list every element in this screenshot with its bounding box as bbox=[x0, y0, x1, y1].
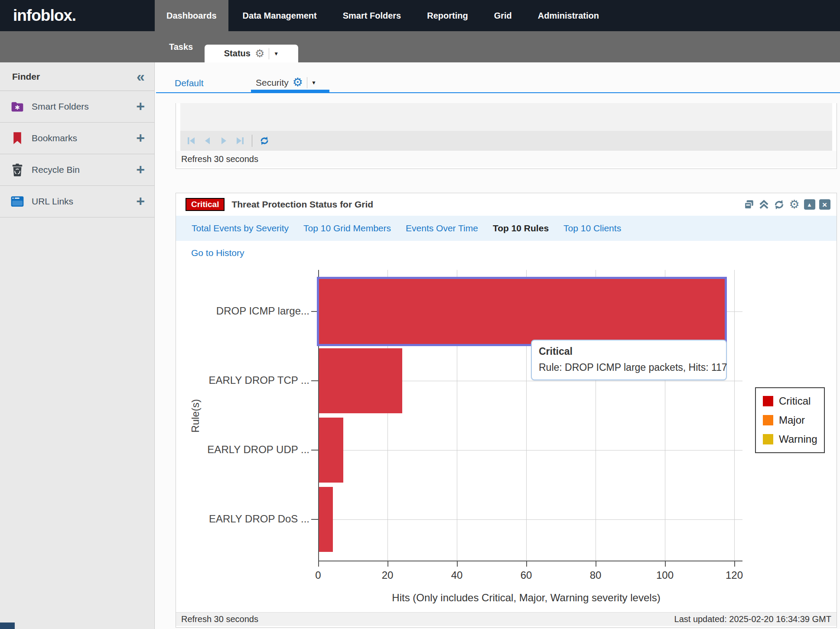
menu-item-grid[interactable]: Grid bbox=[482, 0, 524, 31]
menu-item-administration[interactable]: Administration bbox=[526, 0, 611, 31]
tooltip-body: Rule: DROP ICMP large packets, Hits: 117 bbox=[539, 362, 719, 373]
menu-item-dashboards[interactable]: Dashboards bbox=[155, 0, 228, 31]
sidebar-item-label: Bookmarks bbox=[32, 133, 129, 143]
view-tab-security[interactable]: Security ⚙ ▼ bbox=[256, 77, 316, 88]
sidebar-item-recycle-bin[interactable]: Recycle Bin+ bbox=[0, 154, 154, 186]
tab-status[interactable]: Status ⚙ ▼ bbox=[205, 45, 298, 62]
caret-down-icon[interactable]: ▼ bbox=[311, 80, 316, 86]
x-tick-mark bbox=[318, 561, 319, 567]
sidebar-item-smart-folders[interactable]: Smart Folders+ bbox=[0, 91, 154, 123]
x-tick-label: 0 bbox=[301, 569, 335, 581]
legend-swatch-critical bbox=[763, 396, 773, 406]
widget-tabbar: Total Events by SeverityTop 10 Grid Memb… bbox=[176, 216, 837, 241]
first-page-icon[interactable] bbox=[186, 136, 197, 146]
y-tick-mark bbox=[311, 450, 318, 451]
close-icon[interactable]: × bbox=[819, 199, 830, 210]
application-window: infoblox. DashboardsData ManagementSmart… bbox=[0, 0, 840, 629]
tab-tasks[interactable]: Tasks bbox=[169, 31, 193, 62]
x-tick-label: 80 bbox=[578, 569, 613, 581]
maximize-icon[interactable]: ▲ bbox=[804, 199, 815, 210]
legend-label: Warning bbox=[779, 433, 817, 445]
y-tick-label: EARLY DROP DoS ... bbox=[176, 513, 309, 525]
sidebar-item-label: Recycle Bin bbox=[32, 165, 129, 175]
legend-label: Critical bbox=[779, 395, 811, 407]
gear-icon[interactable]: ⚙ bbox=[788, 199, 800, 210]
legend-item-major: Major bbox=[763, 414, 817, 426]
y-tick-mark bbox=[311, 311, 318, 312]
collapse-up-icon[interactable] bbox=[758, 199, 770, 210]
widget-header: Critical Threat Protection Status for Gr… bbox=[176, 193, 837, 216]
refresh-note: Refresh 30 seconds bbox=[181, 614, 674, 624]
refresh-icon[interactable] bbox=[773, 199, 785, 210]
divider bbox=[252, 135, 252, 147]
caret-down-icon[interactable]: ▼ bbox=[273, 51, 279, 57]
sidebar-item-label: URL Links bbox=[32, 196, 129, 207]
next-page-icon[interactable] bbox=[218, 136, 229, 146]
sidebar-item-label: Smart Folders bbox=[32, 101, 129, 112]
x-tick-mark bbox=[457, 561, 458, 567]
gridline bbox=[734, 270, 735, 561]
view-tab-security-label: Security bbox=[256, 78, 289, 88]
menu-item-data-management[interactable]: Data Management bbox=[231, 0, 329, 31]
last-updated-text: Last updated: 2025-02-20 16:34:39 GMT bbox=[674, 614, 831, 624]
copy-icon[interactable] bbox=[743, 199, 755, 210]
bar-early-drop-dos[interactable] bbox=[319, 487, 333, 552]
plus-icon[interactable]: + bbox=[136, 195, 145, 207]
chart-y-axis-title: Rule(s) bbox=[189, 390, 202, 442]
dashboard-view-tabs: Default Security ⚙ ▼ bbox=[155, 62, 840, 94]
plus-icon[interactable]: + bbox=[136, 164, 145, 175]
chart-x-axis-title: Hits (Only includes Critical, Major, War… bbox=[348, 592, 704, 604]
bar-early-drop-udp[interactable] bbox=[319, 418, 343, 483]
y-tick-label: EARLY DROP UDP ... bbox=[176, 444, 309, 456]
widget-tab-events-over-time[interactable]: Events Over Time bbox=[406, 223, 478, 233]
top-navbar: infoblox. DashboardsData ManagementSmart… bbox=[0, 0, 840, 31]
gear-icon[interactable]: ⚙ bbox=[255, 48, 264, 59]
bar-early-drop-tcp[interactable] bbox=[319, 348, 402, 413]
chart-tooltip: Critical Rule: DROP ICMP large packets, … bbox=[531, 340, 727, 380]
legend-swatch-major bbox=[763, 415, 773, 425]
x-tick-label: 40 bbox=[440, 569, 474, 581]
legend-item-critical: Critical bbox=[763, 395, 817, 407]
go-to-history-link[interactable]: Go to History bbox=[191, 248, 244, 258]
x-tick-mark bbox=[526, 561, 527, 567]
secondary-navbar: Tasks Status ⚙ ▼ bbox=[0, 31, 840, 62]
menu-item-smart-folders[interactable]: Smart Folders bbox=[331, 0, 413, 31]
x-tick-label: 60 bbox=[509, 569, 544, 581]
gear-icon[interactable]: ⚙ bbox=[293, 77, 303, 88]
finder-sidebar: Finder « Smart Folders+Bookmarks+Recycle… bbox=[0, 62, 155, 629]
sidebar-item-bookmarks[interactable]: Bookmarks+ bbox=[0, 123, 154, 154]
menu-item-reporting[interactable]: Reporting bbox=[415, 0, 479, 31]
x-tick-label: 100 bbox=[648, 569, 682, 581]
refresh-icon[interactable] bbox=[259, 136, 270, 146]
widget-window-controls: ⚙ ▲ × bbox=[743, 199, 830, 210]
x-tick-mark bbox=[734, 561, 735, 567]
last-page-icon[interactable] bbox=[234, 136, 245, 146]
plus-icon[interactable]: + bbox=[136, 101, 145, 112]
previous-page-icon[interactable] bbox=[202, 136, 213, 146]
tab-status-label: Status bbox=[224, 49, 251, 58]
recycle-bin-icon bbox=[10, 163, 24, 176]
collapse-left-icon[interactable]: « bbox=[137, 71, 145, 82]
sidebar-item-url-links[interactable]: URL Links+ bbox=[0, 186, 154, 217]
widget-tab-top-10-clients[interactable]: Top 10 Clients bbox=[563, 223, 621, 233]
y-tick-label: EARLY DROP TCP ... bbox=[176, 374, 309, 386]
divider bbox=[307, 77, 307, 88]
legend-label: Major bbox=[779, 414, 805, 426]
widget-footer: Refresh 30 seconds Last updated: 2025-02… bbox=[176, 612, 837, 626]
x-tick-mark bbox=[665, 561, 666, 567]
bar-drop-icmp-large[interactable] bbox=[319, 279, 725, 344]
gridline bbox=[319, 519, 742, 520]
widget-tab-top-10-grid-members[interactable]: Top 10 Grid Members bbox=[303, 223, 391, 233]
view-tab-default[interactable]: Default bbox=[175, 78, 204, 88]
plus-icon[interactable]: + bbox=[136, 132, 145, 144]
widget-tab-top-10-rules[interactable]: Top 10 Rules bbox=[493, 223, 549, 233]
divider bbox=[269, 48, 269, 59]
chart-area: Go to History Rule(s) Hits (Only include… bbox=[176, 241, 837, 612]
chart-legend: CriticalMajorWarning bbox=[755, 387, 825, 453]
y-tick-mark bbox=[311, 519, 318, 520]
widget-tab-total-events-by-severity[interactable]: Total Events by Severity bbox=[192, 223, 289, 233]
smart-folders-icon bbox=[10, 100, 24, 113]
bookmarks-icon bbox=[10, 132, 24, 145]
threat-protection-widget: Critical Threat Protection Status for Gr… bbox=[176, 193, 837, 628]
truncated-widget-panel: Refresh 30 seconds bbox=[176, 103, 837, 169]
